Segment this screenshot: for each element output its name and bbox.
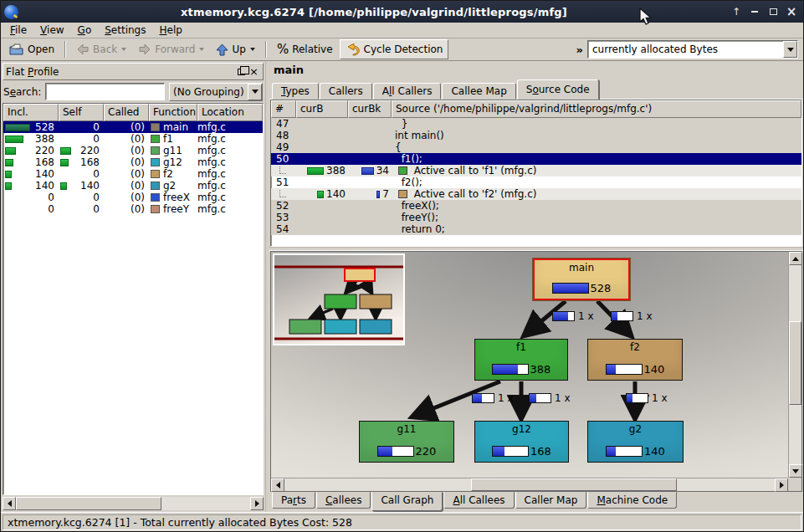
scrollbar-thumb[interactable] bbox=[789, 321, 801, 405]
tab-callee-map[interactable]: Callee Map bbox=[442, 83, 515, 100]
chevron-down-icon bbox=[787, 48, 794, 52]
open-button[interactable]: Open bbox=[4, 39, 59, 59]
tab-all-callees[interactable]: All Callees bbox=[443, 492, 514, 509]
graph-overview-minimap[interactable] bbox=[273, 253, 405, 345]
scroll-right-button[interactable] bbox=[250, 497, 264, 510]
up-arrow-icon bbox=[216, 43, 228, 56]
edge-cost-bar bbox=[472, 393, 494, 403]
tab-callees[interactable]: Callees bbox=[316, 492, 371, 509]
source-line[interactable]: 53 freeY(); bbox=[271, 212, 801, 223]
vertical-scrollbar[interactable] bbox=[788, 252, 801, 478]
tab-types[interactable]: Types bbox=[272, 83, 319, 100]
table-row[interactable]: 140 140 (0) g2 mfg.c bbox=[3, 180, 263, 192]
scroll-up-button[interactable] bbox=[789, 252, 802, 265]
graph-node-main[interactable]: main 528 bbox=[533, 258, 630, 300]
table-row[interactable]: 220 220 (0) g11 mfg.c bbox=[3, 145, 263, 156]
scrollbar-thumb[interactable] bbox=[16, 497, 161, 510]
overview-node-f2 bbox=[360, 294, 392, 309]
shade-button[interactable]: ↑ bbox=[730, 5, 743, 18]
edge-cost-bar bbox=[529, 393, 551, 403]
combo-dropdown-button[interactable] bbox=[248, 84, 262, 100]
table-row[interactable]: 140 0 (0) f2 mfg.c bbox=[3, 168, 263, 180]
minimize-button[interactable] bbox=[748, 5, 761, 18]
forward-dropdown-icon[interactable] bbox=[199, 48, 204, 51]
percent-icon: % bbox=[277, 42, 289, 57]
column-header-curb[interactable]: curB bbox=[296, 100, 348, 118]
cost-type-combobox[interactable]: currently allocated Bytes bbox=[587, 40, 798, 59]
source-call-line[interactable]: 140 7 Active call to 'f2' (mfg.c) bbox=[271, 188, 801, 200]
graph-node-g12[interactable]: g12 168 bbox=[474, 421, 569, 463]
float-icon bbox=[238, 69, 245, 75]
column-header-line[interactable]: # bbox=[271, 100, 296, 118]
cost-bar bbox=[60, 182, 67, 190]
toolbar-overflow-chevron[interactable]: » bbox=[574, 43, 586, 56]
column-header-self[interactable]: Self bbox=[59, 104, 104, 121]
tab-parts[interactable]: Parts bbox=[272, 492, 315, 509]
table-row[interactable]: 168 168 (0) g12 mfg.c bbox=[3, 156, 263, 168]
scroll-left-button[interactable] bbox=[271, 478, 284, 492]
column-header-function[interactable]: Function bbox=[149, 104, 197, 121]
source-line[interactable]: 51 f2(); bbox=[271, 176, 801, 188]
horizontal-scrollbar[interactable] bbox=[3, 497, 264, 510]
tab-caller-map[interactable]: Caller Map bbox=[515, 492, 587, 509]
menu-help[interactable]: Help bbox=[153, 23, 187, 37]
tab-source-code[interactable]: Source Code bbox=[517, 79, 599, 100]
tab-call-graph[interactable]: Call Graph bbox=[371, 492, 443, 511]
source-line[interactable]: 52 freeX(); bbox=[271, 200, 801, 212]
cost-bar bbox=[361, 167, 374, 175]
table-row[interactable]: 388 0 (0) f1 mfg.c bbox=[3, 133, 263, 145]
scroll-right-button[interactable] bbox=[775, 478, 788, 492]
tab-callers[interactable]: Callers bbox=[320, 83, 372, 100]
tree-branch-icon bbox=[279, 166, 286, 174]
table-row[interactable]: 0 0 (0) freeY mfg.c bbox=[3, 203, 263, 215]
column-header-curbk[interactable]: curBk bbox=[348, 100, 392, 118]
scroll-left-button[interactable] bbox=[3, 497, 16, 510]
back-dropdown-icon[interactable] bbox=[121, 48, 126, 51]
graph-node-g11[interactable]: g11 220 bbox=[359, 421, 454, 463]
menu-file[interactable]: File bbox=[4, 23, 33, 37]
up-button[interactable]: Up bbox=[211, 39, 259, 59]
graph-node-f1[interactable]: f1 388 bbox=[474, 339, 568, 381]
dock-float-button[interactable] bbox=[235, 65, 248, 78]
graph-node-f2[interactable]: f2 140 bbox=[587, 339, 683, 381]
combo-dropdown-button[interactable] bbox=[783, 41, 797, 58]
scroll-down-button[interactable] bbox=[789, 464, 802, 478]
menu-settings[interactable]: Settings bbox=[99, 23, 151, 37]
relative-button[interactable]: % Relative bbox=[272, 39, 338, 59]
source-line[interactable]: 49{ bbox=[271, 141, 801, 153]
up-dropdown-icon[interactable] bbox=[250, 48, 255, 51]
tab-machine-code[interactable]: Machine Code bbox=[587, 492, 677, 509]
source-line[interactable]: 48int main() bbox=[271, 130, 801, 141]
maximize-button[interactable] bbox=[766, 5, 780, 18]
search-input[interactable] bbox=[45, 83, 165, 100]
cost-bar bbox=[5, 159, 13, 166]
horizontal-scrollbar[interactable] bbox=[271, 478, 788, 491]
close-button[interactable]: × bbox=[785, 5, 798, 18]
cost-bar bbox=[317, 191, 324, 198]
back-button[interactable]: Back bbox=[71, 39, 131, 59]
cost-bar bbox=[5, 171, 12, 178]
call-graph-canvas[interactable]: main 528 1 x 1 x f1 388 f2 1 bbox=[271, 252, 788, 478]
source-line[interactable]: 54 return 0; bbox=[271, 223, 801, 235]
scrollbar-thumb[interactable] bbox=[471, 478, 677, 491]
column-header-source[interactable]: Source ('/home/philippe/valgrind/littlep… bbox=[392, 100, 801, 118]
app-icon[interactable] bbox=[4, 5, 18, 19]
forward-button[interactable]: Forward bbox=[133, 39, 209, 59]
column-header-incl[interactable]: Incl. bbox=[3, 104, 59, 121]
tab-all-callers[interactable]: All Callers bbox=[373, 83, 442, 100]
column-header-location[interactable]: Location bbox=[197, 104, 263, 121]
source-call-line[interactable]: 388 34 Active call to 'f1' (mfg.c) bbox=[271, 165, 801, 176]
column-header-called[interactable]: Called bbox=[104, 104, 149, 121]
grouping-combobox[interactable]: (No Grouping) bbox=[169, 83, 263, 101]
dock-close-button[interactable]: × bbox=[248, 65, 260, 78]
table-row[interactable]: 0 0 (0) freeX mfg.c bbox=[3, 192, 263, 203]
open-folder-icon bbox=[9, 43, 24, 56]
source-line-selected[interactable]: 50 f1(); bbox=[271, 153, 801, 165]
dock-header[interactable]: Flat Profile × bbox=[3, 63, 264, 80]
source-line[interactable]: 47 } bbox=[271, 118, 801, 130]
menu-go[interactable]: Go bbox=[72, 23, 98, 37]
menu-view[interactable]: View bbox=[34, 23, 69, 37]
graph-node-g2[interactable]: g2 140 bbox=[587, 421, 684, 463]
table-row[interactable]: 528 0 (0) main mfg.c bbox=[3, 121, 263, 133]
cycle-detection-button[interactable]: Cycle Detection bbox=[340, 39, 449, 59]
